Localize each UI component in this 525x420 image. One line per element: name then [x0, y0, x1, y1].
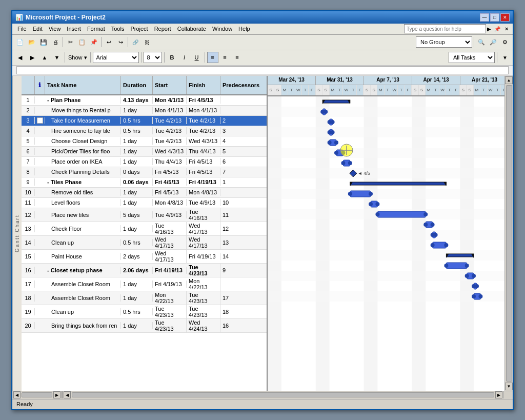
svg-point-60 — [369, 202, 373, 206]
tb-next[interactable]: ▶ — [27, 52, 38, 63]
minimize-button[interactable]: — — [480, 13, 489, 22]
vertical-scrollbar[interactable]: ▲ ▼ — [504, 76, 513, 391]
help-input[interactable] — [404, 24, 486, 33]
tb-paste[interactable]: 📌 — [88, 36, 99, 48]
menu-collaborate[interactable]: Collaborate — [174, 25, 209, 33]
menu-window[interactable]: Window — [209, 25, 235, 33]
scroll-left-button[interactable]: ◀ — [13, 391, 21, 398]
tb-unlink[interactable]: ⛓ — [142, 36, 153, 48]
scroll-left2-button[interactable]: ◀ — [64, 391, 71, 398]
tb-down[interactable]: ▼ — [51, 52, 63, 63]
cell-finish: Thu 4/4/13 — [187, 148, 220, 155]
scroll-down-button[interactable]: ▼ — [505, 383, 513, 390]
menu-tools[interactable]: Tools — [108, 25, 128, 33]
gantt-day-header: F — [405, 85, 412, 95]
cell-finish: Wed 4/17/13 — [187, 222, 220, 235]
col-finish-header: Finish — [187, 76, 220, 94]
table-row[interactable]: 18 Assemble Closet Room 1 day Mon 4/22/1… — [22, 291, 267, 305]
table-row[interactable]: 17 Assemble Closet Room 1 day Fri 4/19/1… — [22, 277, 267, 291]
menu-format[interactable]: Format — [84, 25, 108, 33]
table-row[interactable]: 9 - Tiles Phase 0.06 days Fri 4/5/13 Fri… — [22, 177, 267, 188]
tb-link[interactable]: 🔗 — [130, 36, 141, 48]
tb-open[interactable]: 📂 — [26, 36, 37, 48]
no-group-dropdown[interactable]: No Group — [416, 36, 472, 48]
cell-taskname: - Closet setup phase — [45, 267, 121, 274]
tb-undo[interactable]: ↩ — [103, 36, 114, 48]
gantt-scroll-thumb[interactable] — [72, 392, 494, 397]
close-help-icon[interactable]: ✕ — [502, 25, 511, 33]
formula-bar — [12, 66, 513, 76]
table-row[interactable]: 16 - Closet setup phase 2.06 days Fri 4/… — [22, 264, 267, 277]
menu-project[interactable]: Project — [127, 25, 151, 33]
table-scroll-thumb[interactable] — [22, 392, 52, 397]
tb-bold[interactable]: B — [167, 52, 178, 63]
menu-help[interactable]: Help — [235, 25, 253, 33]
table-row[interactable]: 13 Check Floor 1 day Tue 4/16/13 Wed 4/1… — [22, 222, 267, 236]
table-row[interactable]: 10 Remove old tiles 1 day Fri 4/5/13 Mon… — [22, 188, 267, 198]
table-row[interactable]: 20 Bring things back from ren 1 day Tue … — [22, 319, 267, 333]
table-row[interactable]: 5 Choose Closet Design 1 day Tue 4/2/13 … — [22, 136, 267, 147]
menu-file[interactable]: File — [14, 25, 30, 33]
font-size-dropdown[interactable]: 8 — [144, 52, 162, 63]
tb-new[interactable]: 📄 — [14, 36, 26, 48]
scroll-right2-button[interactable]: ▶ — [495, 391, 502, 398]
all-tasks-dropdown[interactable]: All Tasks — [449, 52, 495, 63]
tb-prev[interactable]: ◀ — [14, 52, 26, 63]
tb-align-center[interactable]: ≡ — [219, 52, 231, 63]
table-row[interactable]: 3 Take floor Measuremen 0.5 hrs Tue 4/2/… — [22, 116, 267, 126]
menu-edit[interactable]: Edit — [30, 25, 46, 33]
tb-align-right[interactable]: ≡ — [232, 52, 243, 63]
tb-up[interactable]: ▲ — [39, 52, 50, 63]
table-row[interactable]: 12 Place new tiles 5 days Tue 4/9/13 Tue… — [22, 208, 267, 222]
close-button[interactable]: ✕ — [500, 13, 510, 22]
tb-italic[interactable]: I — [179, 52, 190, 63]
maximize-button[interactable]: □ — [490, 13, 499, 22]
cell-start: Fri 4/5/13 — [153, 168, 187, 175]
show-label: Show ▾ — [67, 54, 88, 61]
tb-print[interactable]: 🖨 — [50, 36, 61, 48]
table-row[interactable]: 8 Check Planning Details 0 days Fri 4/5/… — [22, 167, 267, 177]
gantt-days-row: SSMTWTFSSMTWTFSSMTWTFSSMTWTFSSMTWTF — [268, 85, 504, 95]
tb-copy[interactable]: 📋 — [76, 36, 88, 48]
font-name-dropdown[interactable]: Arial — [93, 52, 139, 63]
tb-zoom-in[interactable]: 🔍 — [476, 36, 487, 48]
tb-zoom-out[interactable]: 🔎 — [488, 36, 499, 48]
table-section: ℹ Task Name Duration Start Finish Predec… — [22, 76, 268, 391]
tb-cut[interactable]: ✂ — [65, 36, 76, 48]
menu-insert[interactable]: Insert — [64, 25, 84, 33]
gantt-day-header: F — [453, 85, 460, 95]
tb-redo[interactable]: ↪ — [115, 36, 126, 48]
gantt-day-header: S — [460, 85, 467, 95]
table-row[interactable]: 14 Clean up 0.5 hrs Wed 4/17/13 Wed 4/17… — [22, 236, 267, 250]
toolbar-sep2 — [101, 37, 102, 47]
table-row[interactable]: 1 - Plan Phase 4.13 days Mon 4/1/13 Fri … — [22, 95, 267, 106]
menu-view[interactable]: View — [46, 25, 64, 33]
table-row[interactable]: 2 Move things to Rental p 1 day Mon 4/1/… — [22, 106, 267, 116]
svg-rect-29 — [268, 96, 504, 107]
cell-finish: Fri 4/19/13 — [187, 178, 220, 186]
tb-save[interactable]: 💾 — [38, 36, 49, 48]
gantt-day-header: W — [488, 85, 494, 95]
table-row[interactable]: 7 Place order on IKEA 1 day Thu 4/4/13 F… — [22, 157, 267, 167]
menu-report[interactable]: Report — [151, 25, 174, 33]
scroll-right-button[interactable]: ▶ — [53, 391, 60, 398]
dock-icon[interactable]: 📌 — [492, 25, 502, 33]
gantt-day-header: T — [350, 85, 357, 95]
cell-start: Tue 4/16/13 — [153, 222, 187, 235]
tb-underline[interactable]: U — [191, 52, 203, 63]
table-row[interactable]: 19 Clean up 0.5 hrs Tue 4/23/13 Tue 4/23… — [22, 305, 267, 319]
tb-settings[interactable]: ⚙ — [499, 36, 511, 48]
gantt-day-header: T — [446, 85, 453, 95]
scroll-thumb[interactable] — [506, 85, 512, 382]
formula-input[interactable] — [16, 66, 509, 74]
tb-filter[interactable]: ▼ — [499, 52, 511, 63]
table-row[interactable]: 4 Hire someone to lay tile 0.5 hrs Tue 4… — [22, 126, 267, 136]
cell-start: Wed 4/3/13 — [153, 148, 187, 155]
scroll-up-button[interactable]: ▲ — [505, 76, 513, 84]
table-row[interactable]: 11 Level floors 1 day Mon 4/8/13 Tue 4/9… — [22, 198, 267, 208]
gantt-day-header: S — [419, 85, 426, 95]
table-row[interactable]: 15 Paint House 2 days Wed 4/17/13 Fri 4/… — [22, 250, 267, 264]
tb-align-left[interactable]: ≡ — [207, 52, 218, 63]
table-row[interactable]: 6 Pick/Order Tiles for floo 1 day Wed 4/… — [22, 147, 267, 157]
horizontal-scrollbar[interactable]: ◀ ▶ ◀ ▶ — [12, 391, 513, 399]
